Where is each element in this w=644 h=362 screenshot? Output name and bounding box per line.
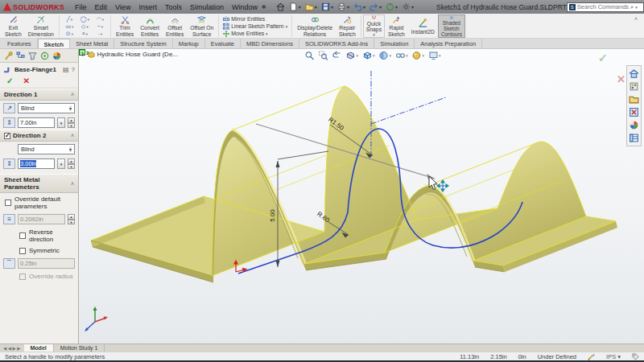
trim-entities-button[interactable]: TrimEntities <box>113 14 137 38</box>
save-icon[interactable]: ▾ <box>320 2 335 11</box>
command-tab[interactable]: Structure System <box>114 39 173 48</box>
quick-snaps-button[interactable]: QuickSnaps▾ <box>363 14 385 38</box>
print-icon[interactable]: ▾ <box>336 2 351 11</box>
file-explorer-icon[interactable] <box>629 94 639 105</box>
sheet-metal-part[interactable] <box>91 86 617 282</box>
filter-icon[interactable] <box>28 51 37 60</box>
section-view-icon[interactable]: ▾ <box>345 51 358 60</box>
sketch-entity-button[interactable]: ◇ <box>78 23 92 30</box>
bend-radius-input[interactable]: 0.25in <box>18 258 75 269</box>
open-icon[interactable]: ▾ <box>303 2 319 11</box>
sheet-metal-parameters-header[interactable]: Sheet Metal Parameters ˄ <box>0 174 78 193</box>
hide-show-items-icon[interactable]: ▾ <box>395 51 408 60</box>
sketch-entity-button[interactable]: × <box>78 30 92 37</box>
instant2d-button[interactable]: Instant2D <box>408 14 438 38</box>
offset-entities-button[interactable]: OffsetEntities <box>163 14 187 38</box>
command-tab[interactable]: Features <box>2 39 38 48</box>
sketch-entity-button[interactable]: ∙ <box>93 30 107 37</box>
override-radius-checkbox[interactable] <box>19 274 26 280</box>
display-delete-relations-button[interactable]: Display/DeleteRelations <box>294 14 336 38</box>
zoom-fit-icon[interactable] <box>304 51 314 60</box>
repair-sketch-button[interactable]: RepairSketch <box>336 14 359 38</box>
collapse-chevron-icon[interactable]: ˄ <box>71 181 74 187</box>
rebuild-icon[interactable]: ▾ <box>384 2 399 11</box>
command-tab[interactable]: Simulation <box>374 39 415 48</box>
shaded-sketch-contours-button[interactable]: ShadedSketchContours <box>438 14 465 38</box>
collapse-chevron-icon[interactable]: ˄ <box>71 92 74 97</box>
unit-system[interactable]: IPS ▾ <box>606 353 621 360</box>
display-style-icon[interactable]: ▾ <box>378 51 391 60</box>
move-entities-button[interactable]: Move Entities▾ <box>223 31 287 37</box>
ribbon-collapse-icon[interactable]: ˄ <box>630 14 642 23</box>
pin-menu-icon[interactable]: ✱ <box>262 4 266 10</box>
menu-item[interactable]: Edit <box>91 3 112 11</box>
search-icon[interactable]: ⌕ <box>630 3 634 11</box>
view-orientation-icon[interactable]: ▾ <box>362 51 375 60</box>
undo-icon[interactable]: ▾ <box>352 2 367 11</box>
keep-visible-icon[interactable]: ▤ <box>63 66 69 73</box>
tree-document-label[interactable]: Hydraulic Hose Guard (De... <box>97 51 178 58</box>
search-commands-box[interactable]: S ⌕ ▾ <box>567 2 644 12</box>
appearances-scenes-icon[interactable] <box>629 120 639 130</box>
reverse-direction1-icon[interactable]: ↗ <box>3 103 15 113</box>
design-library-icon[interactable] <box>629 81 639 92</box>
sketch-entity-button[interactable]: ~ <box>93 23 107 30</box>
thickness-spinner[interactable]: ▲▼ <box>68 214 75 224</box>
collapse-chevron-icon[interactable]: ˄ <box>71 133 74 138</box>
menu-item[interactable]: Tools <box>161 3 186 11</box>
sketch-entity-button[interactable]: ╱ <box>63 15 76 23</box>
search-input[interactable] <box>577 3 629 10</box>
zoom-area-icon[interactable] <box>318 51 328 60</box>
direction1-depth-input[interactable]: 7.00in <box>18 117 55 128</box>
depth2-spin-link-icon[interactable]: ▾ <box>57 158 65 169</box>
home-icon[interactable] <box>275 2 287 11</box>
symmetric-checkbox[interactable] <box>19 248 26 254</box>
motion-study-tab[interactable]: Motion Study 1 <box>54 344 105 352</box>
depth2-spinner[interactable]: ▲▼ <box>68 158 75 169</box>
search-scope-caret-icon[interactable]: ▾ <box>635 5 638 10</box>
convert-entities-button[interactable]: ConvertEntities <box>137 14 163 38</box>
smart-dimension-button[interactable]: SmartDimension <box>25 14 57 38</box>
command-tab[interactable]: Analysis Preparation <box>415 39 482 48</box>
home-icon[interactable] <box>629 68 639 79</box>
sketch-entity-button[interactable]: ◯ <box>78 15 92 23</box>
command-tab[interactable]: SOLIDWORKS Add-Ins <box>299 39 374 48</box>
menu-item[interactable]: Insert <box>134 3 161 11</box>
help-icon[interactable]: ? <box>72 66 75 73</box>
rapid-sketch-button[interactable]: RapidSketch <box>385 14 408 38</box>
ok-button[interactable]: ✓ <box>6 76 13 85</box>
custom-properties-icon[interactable] <box>629 133 639 143</box>
options-gear-icon[interactable]: ▾ <box>400 2 415 11</box>
design-tree-icon[interactable] <box>16 51 25 60</box>
sketch-entity-button[interactable]: ◠ <box>93 15 107 23</box>
display-pane-icon[interactable] <box>40 51 49 60</box>
direction1-group-header[interactable]: Direction 1 ˄ <box>0 88 78 101</box>
direction2-group-header[interactable]: Direction 2 ˄ <box>0 130 78 142</box>
direction2-depth-input[interactable]: 3.00in <box>18 158 55 169</box>
redo-icon[interactable]: ▾ <box>368 2 383 11</box>
reverse-direction-checkbox[interactable] <box>19 232 26 239</box>
tags-icon[interactable] <box>632 353 639 360</box>
sketch-entity-button[interactable]: ▭ <box>63 23 76 30</box>
property-manager-icon[interactable] <box>4 51 13 60</box>
xpress-products-icon[interactable] <box>629 107 639 117</box>
graphics-area[interactable]: 5.00 R1.50 R.60 <box>79 49 644 343</box>
thickness-input[interactable]: 0.2092in <box>18 214 65 224</box>
command-tab[interactable]: Evaluate <box>205 39 241 48</box>
expand-arrow-icon[interactable]: ▸ <box>82 51 85 58</box>
override-default-parameters-checkbox[interactable] <box>5 200 11 206</box>
appearances-icon[interactable] <box>52 51 61 60</box>
previous-view-icon[interactable] <box>332 51 341 60</box>
menu-item[interactable]: View <box>111 3 134 11</box>
direction1-end-condition-select[interactable]: Blind▾ <box>18 103 75 113</box>
exit-sketch-button[interactable]: ExitSketch <box>2 14 25 38</box>
cancel-button[interactable]: ✕ <box>23 76 29 85</box>
new-document-icon[interactable]: ▾ <box>287 2 303 11</box>
view-settings-icon[interactable]: ▾ <box>428 51 441 60</box>
menu-item[interactable]: File <box>71 3 91 11</box>
menu-item[interactable]: Simulation <box>186 3 228 11</box>
tab-scroll-buttons[interactable]: ◀ ◀ ▶ ▶ <box>0 344 24 352</box>
model-tab[interactable]: Model <box>24 344 54 352</box>
menu-item[interactable]: Window <box>228 3 262 11</box>
feature-tree-flyout[interactable]: ▸ Hydraulic Hose Guard (De... <box>82 51 178 58</box>
